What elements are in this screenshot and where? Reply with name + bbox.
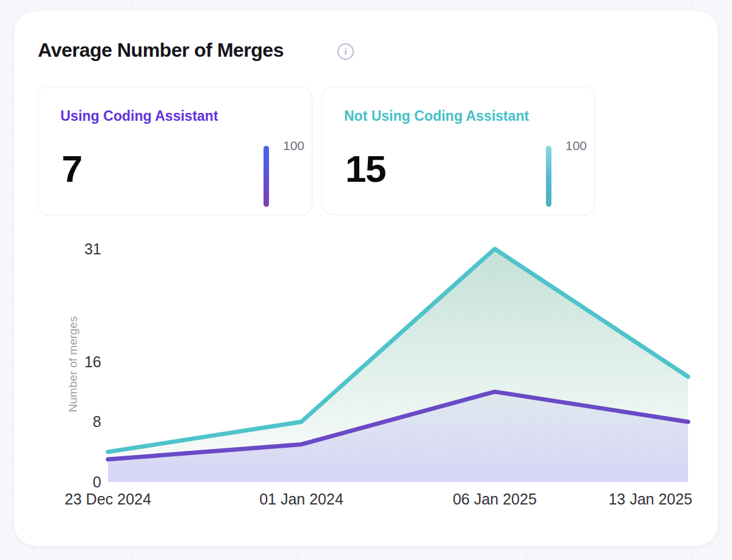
y-axis-label: Number of merges (66, 316, 79, 412)
stat-card-not-using-assistant: Not Using Coding Assistant 15 100 (321, 87, 595, 215)
page-title: Average Number of Merges (38, 39, 284, 62)
stat-label: Using Coding Assistant (60, 108, 218, 124)
merges-area-chart: 08163123 Dec 202401 Jan 202406 Jan 20251… (0, 231, 732, 536)
y-tick-label: 31 (84, 240, 101, 257)
stat-card-using-assistant: Using Coding Assistant 7 100 (38, 87, 312, 215)
y-tick-label: 8 (93, 413, 101, 430)
stat-scale-max: 100 (283, 138, 304, 153)
info-icon[interactable]: i (337, 43, 354, 60)
stat-label: Not Using Coding Assistant (344, 108, 529, 124)
stat-scale-bar (546, 146, 551, 207)
stat-value: 15 (345, 147, 386, 190)
y-tick-label: 16 (84, 353, 101, 370)
stat-scale-bar (264, 146, 269, 207)
y-tick-label: 0 (93, 473, 101, 490)
x-tick-label: 13 Jan 2025 (608, 490, 692, 508)
x-tick-label: 23 Dec 2024 (65, 490, 151, 508)
x-tick-label: 01 Jan 2024 (259, 490, 343, 508)
info-icon-glyph: i (344, 47, 346, 56)
stat-value: 7 (62, 147, 82, 190)
x-tick-label: 06 Jan 2025 (453, 490, 537, 508)
stat-scale-max: 100 (565, 138, 587, 153)
